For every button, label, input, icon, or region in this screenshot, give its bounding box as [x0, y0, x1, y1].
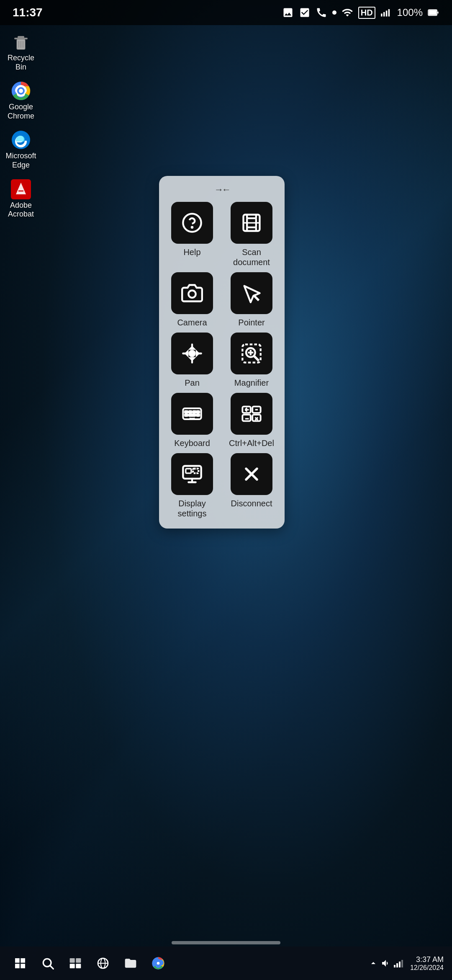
taskbar-system-icons [368, 958, 403, 968]
taskbar: 3:37 AM 12/26/2024 [0, 946, 452, 980]
windows-icon [13, 957, 27, 970]
search-taskbar-button[interactable] [36, 952, 59, 975]
recycle-bin-icon [11, 32, 31, 52]
pan-label: Pan [185, 378, 200, 388]
svg-rect-45 [186, 469, 191, 473]
keyboard-label: Keyboard [174, 438, 210, 448]
svg-line-29 [254, 356, 259, 361]
battery-percentage: 100% [397, 7, 423, 18]
disconnect-button[interactable] [231, 453, 272, 495]
desktop-icons-container: Recycle Bin Google Chrome [4, 29, 38, 222]
pan-button[interactable] [171, 333, 213, 374]
svg-rect-38 [189, 414, 195, 416]
status-bar: 11:37 HD 100% [0, 0, 452, 25]
camera-label: Camera [177, 317, 207, 328]
magnifier-icon [241, 343, 262, 364]
desktop-icon-adobe[interactable]: Adobe Acrobat [4, 177, 38, 222]
toolbar-item-disconnect[interactable]: Disconnect [225, 453, 278, 518]
desktop-icon-chrome[interactable]: Google Chrome [4, 78, 38, 123]
svg-rect-54 [76, 964, 81, 968]
desktop-icon-recycle-bin[interactable]: Recycle Bin [4, 29, 38, 74]
adobe-app-icon [11, 179, 31, 199]
taskbar-up-arrow-icon [368, 958, 378, 968]
wifi-icon [342, 7, 353, 18]
keyboard-icon [181, 403, 203, 425]
status-time: 11:37 [13, 6, 43, 19]
magnifier-button[interactable] [231, 333, 272, 374]
chrome-taskbar-button[interactable] [146, 952, 170, 975]
svg-line-50 [50, 966, 53, 969]
magnifier-label: Magnifier [234, 378, 269, 388]
svg-rect-0 [381, 13, 383, 16]
help-button[interactable] [171, 202, 213, 244]
toolbar-item-scan[interactable]: Scan document [225, 202, 278, 267]
ctrl-alt-del-label: Ctrl+Alt+Del [229, 438, 274, 448]
task-view-button[interactable] [64, 952, 87, 975]
toolbar-item-magnifier[interactable]: Magnifier [225, 333, 278, 388]
start-button[interactable] [8, 952, 32, 975]
toolbar-collapse-button[interactable]: →← [166, 184, 278, 195]
toolbar-item-pointer[interactable]: Pointer [225, 272, 278, 328]
disconnect-icon [241, 463, 262, 485]
svg-rect-33 [185, 411, 188, 413]
taskbar-clock[interactable]: 3:37 AM 12/26/2024 [410, 955, 444, 972]
svg-rect-51 [70, 958, 75, 963]
svg-rect-1 [383, 12, 385, 17]
ie-taskbar-button[interactable] [91, 952, 115, 975]
svg-rect-11 [18, 36, 24, 38]
camera-button[interactable] [171, 272, 213, 314]
toolbar-item-display-settings[interactable]: Display settings [166, 453, 218, 518]
chrome-taskbar-icon [152, 957, 165, 970]
toolbar-item-help[interactable]: Help [166, 202, 218, 267]
gesture-bar[interactable] [172, 941, 280, 944]
svg-point-24 [188, 291, 195, 298]
toolbar-item-camera[interactable]: Camera [166, 272, 218, 328]
svg-rect-39 [197, 414, 200, 416]
toolbar-item-pan[interactable]: Pan [166, 333, 218, 388]
edge-app-icon [11, 130, 31, 150]
pan-icon [181, 343, 203, 364]
phone-icon [316, 7, 327, 18]
display-settings-button[interactable] [171, 453, 213, 495]
file-explorer-button[interactable] [119, 952, 142, 975]
search-taskbar-icon [41, 957, 54, 970]
svg-rect-42 [242, 415, 251, 421]
ctrl-alt-del-button[interactable] [231, 393, 272, 435]
svg-rect-64 [401, 960, 403, 967]
display-settings-label: Display settings [166, 498, 218, 518]
svg-point-26 [190, 351, 195, 356]
taskbar-right: 3:37 AM 12/26/2024 [368, 955, 444, 972]
notification-dot [332, 10, 336, 15]
svg-rect-5 [429, 10, 437, 15]
taskbar-network-icon [393, 958, 403, 968]
svg-rect-34 [189, 411, 192, 413]
desktop-icon-edge[interactable]: Microsoft Edge [4, 127, 38, 172]
edge-label: Microsoft Edge [6, 152, 36, 170]
toolbar-item-ctrl-alt-del[interactable]: Ctrl+Alt+Del [225, 393, 278, 448]
checklist-icon [299, 7, 311, 18]
svg-rect-52 [76, 958, 81, 963]
pointer-label: Pointer [238, 317, 265, 328]
keyboard-button[interactable] [171, 393, 213, 435]
toolbar-item-keyboard[interactable]: Keyboard [166, 393, 218, 448]
chrome-label: Google Chrome [6, 103, 36, 121]
svg-rect-2 [385, 10, 387, 16]
svg-point-16 [19, 89, 23, 93]
photo-icon [282, 7, 294, 18]
svg-rect-35 [193, 411, 196, 413]
pointer-button[interactable] [231, 272, 272, 314]
display-settings-icon [181, 463, 203, 485]
svg-rect-53 [70, 964, 75, 968]
svg-rect-37 [185, 414, 188, 416]
scan-button[interactable] [231, 202, 272, 244]
taskbar-time-text: 3:37 AM [410, 955, 444, 964]
svg-rect-46 [193, 469, 198, 473]
folder-icon [124, 957, 137, 970]
svg-rect-36 [197, 411, 200, 413]
cad-icon [241, 403, 262, 425]
floating-toolbar: →← Help Scan [159, 176, 285, 529]
signal-icon [380, 7, 392, 18]
battery-icon [428, 7, 439, 18]
chrome-app-icon [11, 81, 31, 101]
scan-label: Scan document [225, 247, 278, 267]
